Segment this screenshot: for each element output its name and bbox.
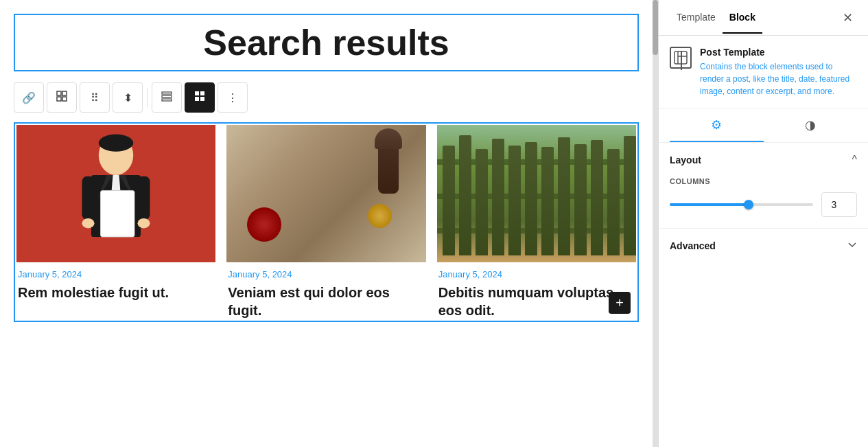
post-date-3: January 5, 2024 [437,269,636,279]
list-view-button[interactable] [152,82,182,113]
advanced-section-header[interactable]: Advanced [670,240,857,252]
wax-seal-red [247,207,281,242]
fence-post [525,142,537,255]
svg-point-19 [138,218,150,228]
post-title-3: Debitis numquam voluptas eos odit. [437,284,636,319]
right-panel: Template Block ✕ Post Template Contains … [658,0,868,447]
close-button[interactable]: ✕ [838,8,857,27]
svg-rect-16 [82,176,95,220]
svg-rect-0 [57,91,61,95]
scrollbar[interactable] [653,0,658,447]
svg-rect-1 [62,91,67,95]
layout-title: Layout [670,154,701,165]
post-image-1 [16,125,215,262]
move-button[interactable]: ⬍ [113,82,143,113]
advanced-title: Advanced [670,240,716,251]
svg-rect-3 [62,97,67,101]
chevron-down-icon [847,240,857,249]
columns-input[interactable] [821,192,857,217]
tab-template[interactable]: Template [670,2,723,34]
fence-post [574,144,587,255]
fence-posts-container [437,125,636,262]
link-icon: 🔗 [22,91,36,104]
svg-rect-22 [675,51,687,64]
template-description: Contains the block elements used to rend… [700,60,857,98]
svg-rect-10 [200,97,204,101]
svg-point-21 [99,135,133,152]
fence-post [624,136,636,255]
post-card-2: January 5, 2024 Veniam est qui dolor eos… [226,125,425,319]
template-title: Post Template [700,47,857,58]
post-date-1: January 5, 2024 [16,269,215,279]
more-icon: ⋮ [227,91,238,104]
post-card-1: January 5, 2024 Rem molestiae fugit ut. [16,125,215,319]
layout-toggle[interactable]: ^ [852,154,857,166]
block-toolbar: 🔗 ⠿ ⬍ ⋮ [14,82,639,113]
settings-tab[interactable]: ⚙ [670,109,764,142]
drag-icon: ⠿ [91,91,99,104]
slider-track[interactable] [670,203,813,206]
stamp-handle [378,139,399,194]
scrollbar-thumb[interactable] [653,0,658,55]
grid-icon [194,91,205,104]
fence-post [607,149,620,255]
fence-post [591,140,603,255]
svg-point-18 [82,218,95,228]
search-heading: Search results [29,22,624,63]
more-button[interactable]: ⋮ [218,82,248,113]
svg-rect-9 [195,97,199,101]
toolbar-separator [147,88,148,107]
post-image-2 [226,125,425,262]
advanced-toggle[interactable] [847,240,857,252]
posts-grid: January 5, 2024 Rem molestiae fugit ut. … [14,122,639,322]
drag-button[interactable]: ⠿ [80,82,110,113]
post-date-2: January 5, 2024 [226,269,425,279]
columns-control [670,192,857,217]
slider-fill [670,203,749,206]
svg-rect-8 [200,91,204,95]
post-title-2: Veniam est qui dolor eos fugit. [226,284,425,319]
svg-rect-6 [162,99,172,101]
columns-label: COLUMNS [670,177,857,185]
template-svg-icon [674,51,688,65]
slider-thumb[interactable] [744,200,753,209]
figure-illustration [75,132,157,255]
tab-block[interactable]: Block [723,2,762,34]
gear-icon: ⚙ [711,117,722,133]
panel-icon-tabs: ⚙ ◑ [659,109,868,143]
search-heading-wrapper: Search results [14,14,639,71]
advanced-section: Advanced [659,229,868,263]
columns-slider-wrapper [670,203,813,206]
wax-seal-gold [368,204,392,228]
fence-post [541,147,554,255]
fence-post [558,137,570,255]
wax-seal-background [226,125,425,262]
fence-background [437,125,636,262]
fence-post [492,139,504,255]
template-info: Post Template Contains the block element… [700,47,857,98]
link-button[interactable]: 🔗 [14,82,44,113]
post-title-1: Rem molestiae fugit ut. [16,284,215,301]
main-content: Search results 🔗 ⠿ ⬍ ⋮ [0,0,653,447]
move-icon: ⬍ [124,91,132,104]
fence-post [443,146,455,255]
post-template-section: Post Template Contains the block element… [659,36,868,109]
post-image-3 [437,125,636,262]
layout-button[interactable] [47,82,77,113]
fence-post [508,146,521,255]
layout-section-header: Layout ^ [670,154,857,166]
add-block-button[interactable]: + [609,292,631,314]
list-icon [161,91,172,104]
template-icon [670,47,692,69]
svg-rect-2 [57,97,61,101]
fence-post [459,135,471,255]
post-card-3: January 5, 2024 Debitis numquam voluptas… [437,125,636,319]
svg-rect-4 [162,92,172,94]
svg-rect-7 [195,91,199,95]
panel-header: Template Block ✕ [659,0,868,36]
layout-section: Layout ^ COLUMNS [659,143,868,229]
styles-tab[interactable]: ◑ [764,109,858,142]
svg-rect-5 [162,95,172,98]
grid-view-button[interactable] [185,82,215,113]
fence-post [476,149,488,255]
